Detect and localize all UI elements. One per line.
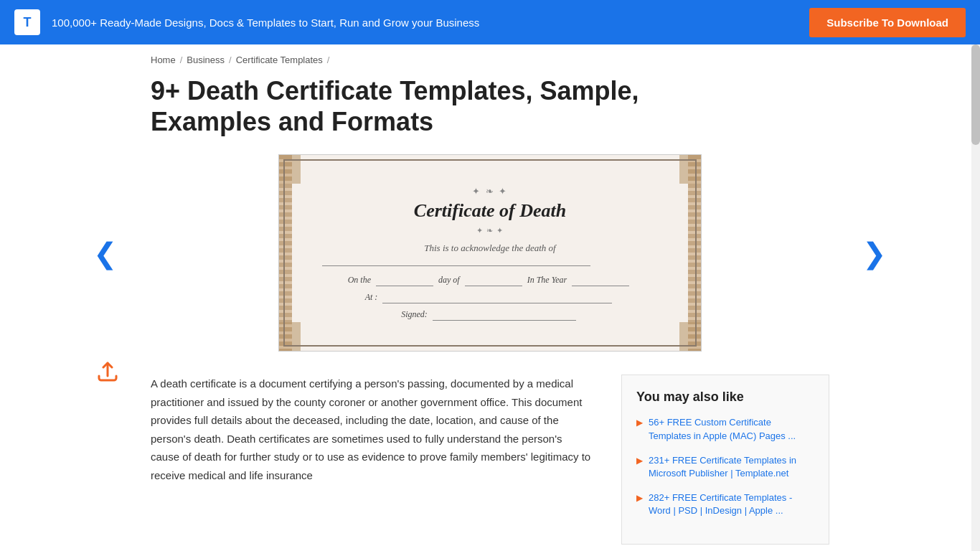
brand-logo: T <box>14 9 40 35</box>
image-slider: ❮ ✦ ❧ <box>151 154 829 352</box>
breadcrumb-sep-1: / <box>180 55 183 65</box>
cert-main-title: Certificate of Death <box>322 200 658 222</box>
sidebar-title: You may also like <box>636 390 814 405</box>
banner-tagline: 100,000+ Ready-Made Designs, Docs & Temp… <box>52 17 479 29</box>
top-banner: T 100,000+ Ready-Made Designs, Docs & Te… <box>0 0 980 44</box>
cert-year-blank <box>572 275 629 286</box>
breadcrumb-sep-2: / <box>229 55 232 65</box>
main-content: 9+ Death Certificate Templates, Sample, … <box>0 75 980 545</box>
sidebar-link-1[interactable]: 56+ FREE Custom Certificate Templates in… <box>649 416 814 442</box>
sidebar-link-2[interactable]: 231+ FREE Certificate Templates in Micro… <box>649 454 814 480</box>
cert-at-label: At : <box>365 292 378 302</box>
cert-day-blank <box>376 275 433 286</box>
cert-name-line <box>322 265 590 266</box>
breadcrumb-home[interactable]: Home <box>151 55 176 65</box>
article-text: A death certificate is a document certif… <box>151 375 593 544</box>
slider-prev-button[interactable]: ❮ <box>86 232 125 275</box>
cert-on-label: On the <box>348 275 371 285</box>
sidebar-link-3[interactable]: 282+ FREE Certificate Templates - Word |… <box>649 491 814 517</box>
slider-next-button[interactable]: ❯ <box>855 232 894 275</box>
cert-dayof-label: day of <box>438 275 460 285</box>
sidebar-item-1: ▶ 56+ FREE Custom Certificate Templates … <box>636 416 814 442</box>
breadcrumb-current[interactable]: Certificate Templates <box>236 55 323 65</box>
sidebar-box: You may also like ▶ 56+ FREE Custom Cert… <box>621 375 829 544</box>
sidebar-item-2: ▶ 231+ FREE Certificate Templates in Mic… <box>636 454 814 480</box>
cert-ornament-top: ✦ ❧ ✦ <box>322 186 658 197</box>
cert-month-blank <box>465 275 522 286</box>
content-row: A death certificate is a document certif… <box>151 375 829 544</box>
sidebar-arrow-1: ▶ <box>636 418 643 428</box>
scrollbar[interactable] <box>971 44 980 551</box>
cert-subtitle: This is to acknowledge the death of <box>322 242 658 254</box>
cert-date-fields: On the day of In The Year <box>322 275 658 286</box>
banner-left: T 100,000+ Ready-Made Designs, Docs & Te… <box>14 9 479 35</box>
scrollbar-thumb[interactable] <box>971 44 980 145</box>
cert-at-fields: At : <box>322 292 658 303</box>
subscribe-button[interactable]: Subscribe To Download <box>809 8 966 37</box>
breadcrumb-business[interactable]: Business <box>187 55 225 65</box>
sidebar-item-3: ▶ 282+ FREE Certificate Templates - Word… <box>636 491 814 517</box>
cert-signed-label: Signed: <box>401 309 428 319</box>
certificate-mockup: ✦ ❧ ✦ Certificate of Death ✦ ❧ ✦ This is… <box>278 154 702 352</box>
breadcrumb: Home / Business / Certificate Templates … <box>0 44 980 75</box>
cert-ornament-bottom: ✦ ❧ ✦ <box>322 226 658 235</box>
breadcrumb-sep-3: / <box>327 55 330 65</box>
cert-year-label: In The Year <box>527 275 567 285</box>
cert-side-right <box>688 155 701 351</box>
sidebar-arrow-3: ▶ <box>636 493 643 503</box>
cert-at-blank <box>382 292 612 303</box>
page-title: 9+ Death Certificate Templates, Sample, … <box>151 75 739 137</box>
cert-side-left <box>279 155 292 351</box>
share-icon-area <box>95 359 121 387</box>
certificate-preview: ✦ ❧ ✦ Certificate of Death ✦ ❧ ✦ This is… <box>278 154 702 352</box>
cert-signed-fields: Signed: <box>322 309 658 321</box>
cert-signed-blank <box>433 309 576 321</box>
share-icon[interactable] <box>95 359 121 385</box>
sidebar-arrow-2: ▶ <box>636 456 643 466</box>
